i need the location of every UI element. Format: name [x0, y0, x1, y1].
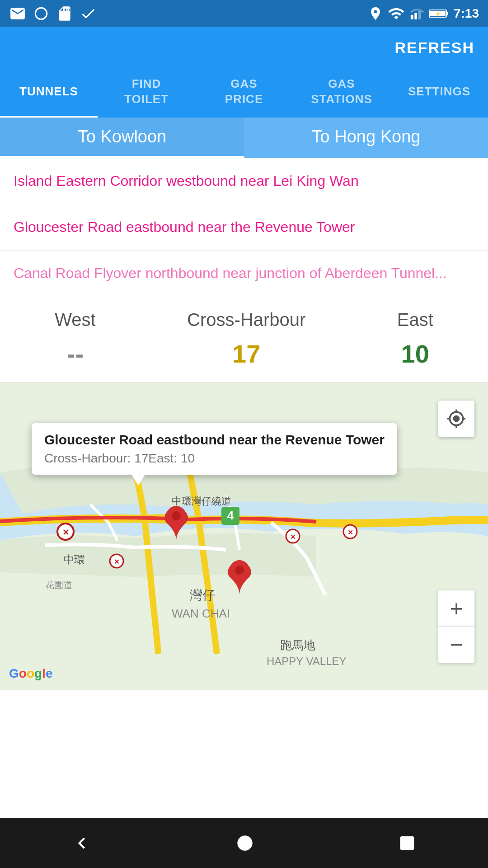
svg-rect-1 [411, 15, 413, 19]
tunnel-cross-harbour: Cross-Harbour 17 [187, 310, 305, 368]
map-popup: Gloucester Road eastbound near the Reven… [32, 423, 397, 475]
popup-subtitle: Cross-Harbour: 17East: 10 [44, 451, 385, 466]
time-display: 7:13 [454, 6, 479, 21]
tunnel-west-label: West [55, 310, 95, 330]
svg-text:✕: ✕ [114, 558, 120, 566]
map-area[interactable]: 4 中環 花園道 中環灣仔繞道 灣仔 WAN CHAI 跑馬地 HAPPY VA… [0, 382, 488, 690]
svg-text:4: 4 [227, 509, 234, 522]
tab-gas-price[interactable]: GASPRICE [195, 68, 293, 118]
nav-home[interactable] [234, 832, 256, 854]
svg-rect-32 [400, 836, 414, 850]
tab-to-kowloon[interactable]: To Kowloon [0, 118, 244, 158]
tab-find-toilet[interactable]: FINDTOILET [98, 68, 195, 118]
zoom-controls: + − [438, 590, 474, 663]
popup-title: Gloucester Road eastbound near the Reven… [44, 432, 385, 448]
wifi-icon [388, 5, 405, 22]
svg-point-28 [172, 511, 181, 520]
status-bar-right: ⚡ 7:13 [368, 5, 479, 22]
tunnel-east: East 10 [397, 310, 433, 368]
tab-settings[interactable]: SETTINGS [390, 68, 488, 118]
nav-bar [0, 818, 488, 868]
svg-text:✕: ✕ [290, 533, 296, 541]
nav-recent[interactable] [397, 833, 418, 854]
locate-button[interactable] [438, 401, 474, 437]
map-pin-2[interactable] [226, 559, 253, 595]
status-bar-icons [9, 5, 97, 22]
back-icon [70, 832, 93, 854]
svg-rect-2 [414, 13, 417, 19]
svg-text:中環: 中環 [63, 554, 85, 566]
tab-tunnels[interactable]: TUNNELS [0, 68, 98, 118]
crosshair-icon [446, 409, 466, 429]
battery-icon: ⚡ [429, 7, 449, 20]
zoom-out-button[interactable]: − [438, 627, 474, 663]
svg-point-30 [235, 566, 244, 575]
signal-icon [409, 6, 425, 21]
sd-card-icon [56, 5, 73, 22]
app-bar: REFRESH [0, 27, 488, 68]
zoom-in-button[interactable]: + [438, 590, 474, 627]
tab-to-hong-kong[interactable]: To Hong Kong [244, 118, 488, 158]
check-icon [80, 5, 97, 22]
nav-back[interactable] [70, 832, 93, 854]
tab-bar: TUNNELS FINDTOILET GASPRICE GASSTATIONS … [0, 68, 488, 118]
popup-tail [131, 474, 145, 486]
tunnel-east-label: East [397, 310, 433, 330]
tunnel-cross-label: Cross-Harbour [187, 310, 305, 330]
map-pin-1[interactable] [163, 505, 190, 541]
tunnel-stats: West -- Cross-Harbour 17 East 10 [0, 296, 488, 382]
email-icon [9, 5, 26, 22]
circle-icon [33, 5, 50, 22]
svg-text:✕: ✕ [347, 528, 353, 536]
tunnel-west-value: -- [67, 339, 84, 368]
google-logo: Google [9, 666, 52, 681]
svg-point-31 [237, 835, 252, 850]
svg-point-0 [35, 8, 47, 19]
tab-gas-stations[interactable]: GASSTATIONS [293, 68, 390, 118]
svg-text:花園道: 花園道 [45, 580, 72, 590]
svg-rect-3 [418, 11, 421, 19]
tunnel-cross-value: 17 [232, 339, 260, 368]
status-bar: ⚡ 7:13 [0, 0, 488, 27]
direction-tabs: To Kowloon To Hong Kong [0, 118, 488, 158]
refresh-button[interactable]: REFRESH [395, 39, 474, 57]
recent-icon [397, 833, 418, 854]
svg-text:HAPPY VALLEY: HAPPY VALLEY [267, 655, 347, 667]
route-item-2[interactable]: Gloucester Road eastbound near the Reven… [0, 204, 488, 250]
location-icon [368, 6, 383, 21]
tunnel-east-value: 10 [401, 339, 429, 368]
route-list: Island Eastern Corridor westbound near L… [0, 158, 488, 296]
svg-text:灣仔: 灣仔 [190, 588, 215, 602]
route-item-3[interactable]: Canal Road Flyover northbound near junct… [0, 250, 488, 297]
route-item-1[interactable]: Island Eastern Corridor westbound near L… [0, 158, 488, 204]
svg-text:✕: ✕ [62, 528, 69, 537]
tunnel-west: West -- [55, 310, 95, 368]
svg-text:WAN CHAI: WAN CHAI [172, 607, 230, 620]
svg-rect-5 [446, 12, 448, 15]
home-icon [234, 832, 256, 854]
svg-text:⚡: ⚡ [435, 11, 441, 17]
svg-text:跑馬地: 跑馬地 [280, 639, 315, 652]
